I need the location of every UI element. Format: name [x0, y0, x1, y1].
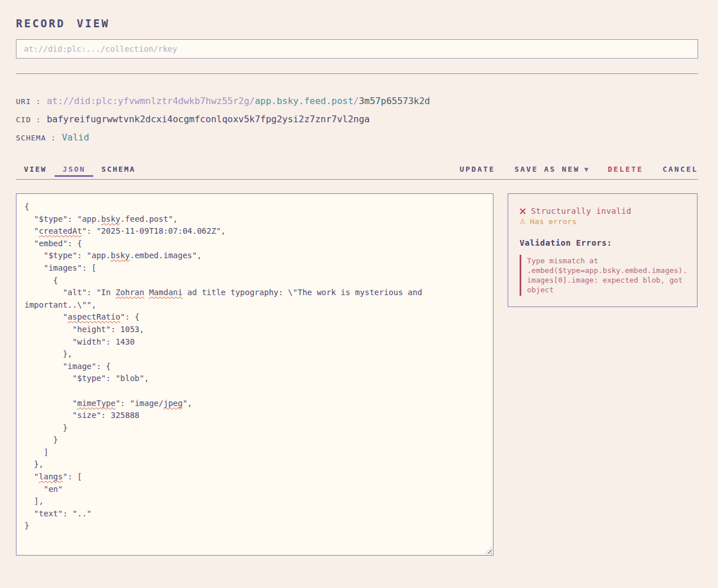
cid-row: CID :bafyreifugrwwtvnk2dcxi4ocgmfconlqox…	[16, 113, 698, 126]
toolbar: VIEW JSON SCHEMA UPDATE SAVE AS NEW▼ DEL…	[16, 165, 698, 180]
divider	[16, 73, 698, 74]
content-row: { "$type": "app.bsky.feed.post", "create…	[16, 193, 698, 556]
record-view-page: RECORD VIEW URI :at://did:plc:yfvwmnlztr…	[16, 17, 698, 556]
page-title: RECORD VIEW	[16, 17, 698, 30]
validation-errors-title: Validation Errors:	[520, 238, 688, 247]
save-as-new-label: SAVE AS NEW	[514, 165, 580, 173]
structural-status: Structurally invalid	[520, 206, 688, 217]
schema-label: SCHEMA :	[16, 134, 56, 142]
tab-bar: VIEW JSON SCHEMA	[16, 165, 143, 179]
uri-rkey-segment: 3m57p65573k2d	[359, 96, 430, 106]
uri-label: URI :	[16, 97, 41, 106]
record-meta: URI :at://did:plc:yfvwmnlztr4dwkb7hwz55r…	[16, 95, 698, 144]
resize-grip-icon[interactable]	[485, 547, 492, 554]
action-bar: UPDATE SAVE AS NEW▼ DELETE CANCEL	[440, 165, 698, 179]
uri-row: URI :at://did:plc:yfvwmnlztr4dwkb7hwz55r…	[16, 95, 698, 108]
save-as-new-button[interactable]: SAVE AS NEW▼	[514, 165, 588, 173]
warning-icon: ⚠	[520, 217, 526, 227]
tab-schema[interactable]: SCHEMA	[93, 165, 143, 177]
structural-status-label: Structurally invalid	[531, 206, 632, 217]
uri-did-segment: at://did:plc:yfvwmnlztr4dwkb7hwz55r2g/	[47, 96, 255, 106]
cancel-button[interactable]: CANCEL	[662, 165, 698, 173]
delete-button[interactable]: DELETE	[608, 165, 644, 173]
cid-value: bafyreifugrwwtvnk2dcxi4ocgmfconlqoxv5k7f…	[47, 114, 370, 125]
uri-slash-segment: /	[354, 96, 359, 106]
update-button[interactable]: UPDATE	[459, 165, 495, 173]
x-icon	[520, 208, 526, 214]
validation-error-list: Type mismatch at .embed($type=app.bsky.e…	[520, 255, 688, 296]
tab-json[interactable]: JSON	[55, 165, 93, 177]
schema-status: Valid	[62, 132, 89, 143]
json-editor[interactable]: { "$type": "app.bsky.feed.post", "create…	[16, 193, 493, 556]
schema-row: SCHEMA :Valid	[16, 131, 698, 144]
at-uri-input[interactable]	[16, 39, 698, 59]
tab-view[interactable]: VIEW	[16, 165, 55, 177]
error-status-label: Has errors	[530, 217, 576, 227]
error-status: ⚠ Has errors	[520, 217, 688, 227]
validation-panel: Structurally invalid ⚠ Has errors Valida…	[508, 193, 698, 307]
chevron-down-icon[interactable]: ▼	[584, 165, 588, 173]
cid-label: CID :	[16, 115, 41, 124]
validation-error-item: Type mismatch at .embed($type=app.bsky.e…	[520, 255, 689, 296]
uri-collection-segment: app.bsky.feed.post	[255, 96, 353, 106]
